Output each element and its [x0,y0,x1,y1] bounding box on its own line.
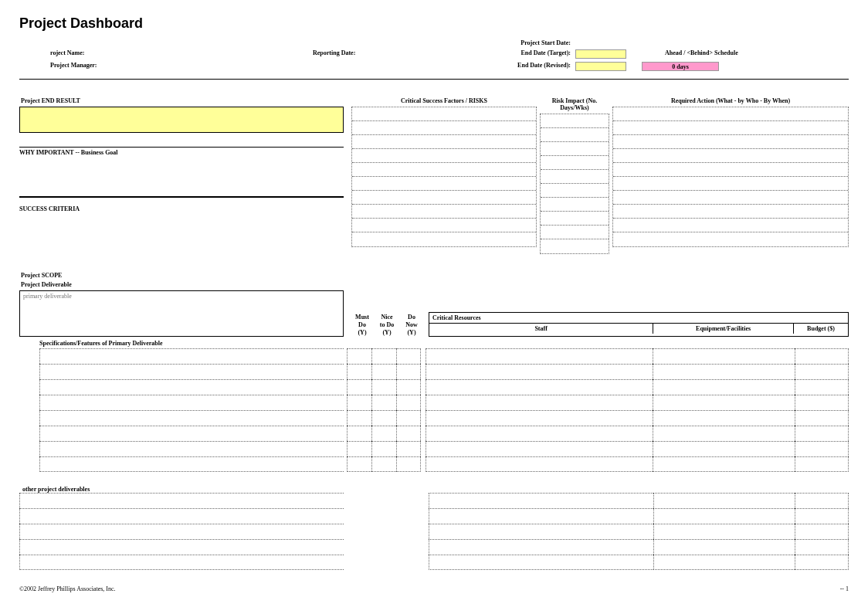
end-date-target-value[interactable] [575,49,626,59]
csf-risks-header: Critical Success Factors / RISKS [351,95,537,107]
mdn-headers: MustDo(Y) Niceto Do(Y) DoNow(Y) [350,314,424,337]
other-deliverables-grid[interactable] [19,493,849,570]
end-result-box[interactable] [19,107,344,133]
header-row-1: roject Name: Reporting Date: End Date (T… [19,49,849,59]
budget-header: Budget ($) [794,324,848,334]
project-manager-label: Project Manager: [19,62,313,71]
header-row-2: Project Manager: End Date (Revised): 0 d… [19,62,849,71]
start-date-label: Project Start Date: [498,39,575,46]
end-date-revised-value[interactable] [575,62,626,71]
staff-header: Staff [429,324,653,334]
required-action-table[interactable] [612,107,849,247]
csf-risks-table[interactable] [351,107,537,247]
nice-to-do-header: Niceto Do(Y) [375,314,399,337]
days-behind-value: 0 days [642,62,719,71]
end-result-header: Project END RESULT [19,95,344,107]
header-row-start-date: Project Start Date: [19,39,849,46]
success-criteria-header: SUCCESS CRITERIA [19,205,344,212]
required-action-header: Required Action (What - by Who - By When… [612,95,849,107]
project-name-label: roject Name: [19,49,313,59]
footer-copyright: ©2002 Jeffrey Phillips Associates, Inc. [19,585,116,592]
success-criteria-box[interactable]: SUCCESS CRITERIA [19,197,344,251]
schedule-status-label: Ahead / <Behind> Schedule [626,49,738,59]
must-do-header: MustDo(Y) [350,314,375,337]
primary-deliverable-box[interactable]: primary deliverable [19,290,344,337]
project-deliverable-header: Project Deliverable [19,281,849,290]
equipment-header: Equipment/Facilities [653,324,794,334]
business-goal-box[interactable]: WHY IMPORTANT -- Business Goal [19,147,344,197]
end-date-target-label: End Date (Target): [498,49,575,59]
critical-resources-header: Critical Resources [429,313,848,324]
risk-impact-table[interactable] [540,114,609,254]
spec-features-header: Specifications/Features of Primary Deliv… [39,340,849,347]
spec-grid[interactable] [19,348,849,472]
page-title: Project Dashboard [19,15,849,32]
critical-resources-box: Critical Resources Staff Equipment/Facil… [429,312,849,337]
reporting-date-label: Reporting Date: [313,49,498,59]
footer-page: -- 1 [840,585,849,592]
do-now-header: DoNow(Y) [399,314,424,337]
end-date-revised-label: End Date (Revised): [498,62,575,71]
project-scope-header: Project SCOPE [19,270,849,281]
risk-impact-header: Risk Impact (No. Days/Wks) [540,95,609,114]
why-important-header: WHY IMPORTANT -- Business Goal [19,149,344,156]
divider-line [19,79,849,80]
other-deliverables-header: other project deliverables [22,486,849,493]
